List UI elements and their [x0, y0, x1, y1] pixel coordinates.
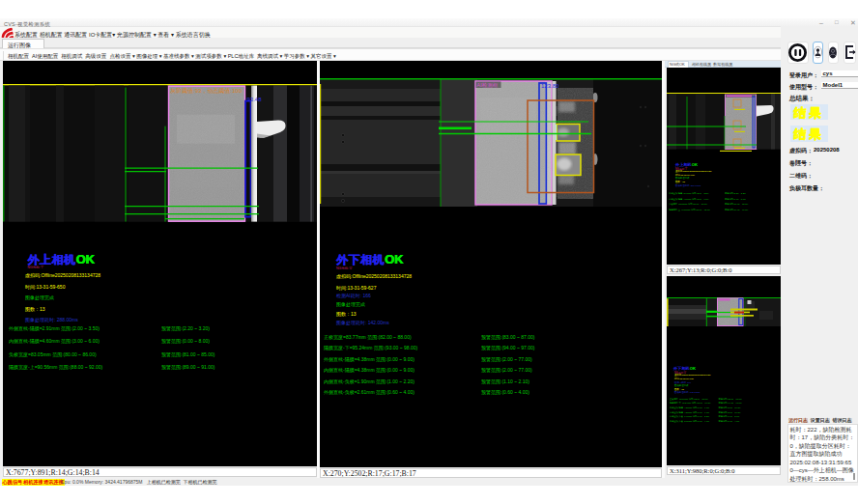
svg-text:灰阶阈值:93，动态阈值:100: 灰阶阈值:93，动态阈值:100: [170, 87, 243, 95]
svg-text:93.48: 93.48: [247, 97, 263, 102]
svg-text:123.80: 123.80: [541, 83, 559, 89]
svg-text:AI检测框: AI检测框: [477, 82, 499, 89]
